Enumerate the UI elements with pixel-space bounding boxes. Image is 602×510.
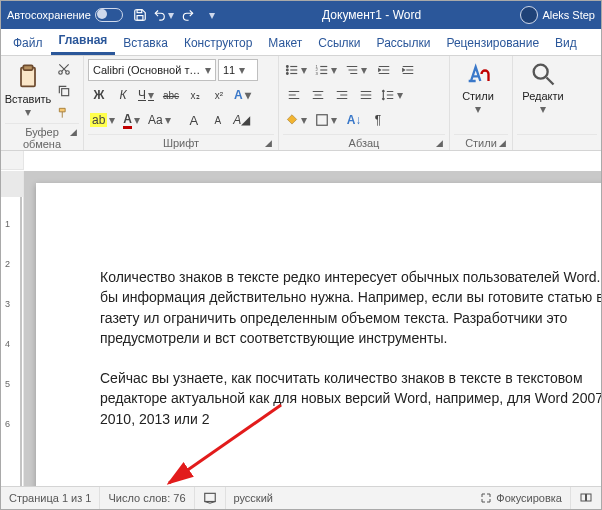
svg-rect-13 xyxy=(317,115,328,126)
subscript-button[interactable]: x₂ xyxy=(184,85,206,105)
vertical-ruler[interactable]: 1 2 3 4 5 6 xyxy=(1,171,24,486)
svg-text:3: 3 xyxy=(316,71,319,76)
multilevel-list-button[interactable]: ▾ xyxy=(343,60,371,80)
svg-rect-1 xyxy=(137,10,142,13)
document-area: 1 2 3 4 5 6 Количество знаков в тексте р… xyxy=(1,171,601,486)
svg-rect-64 xyxy=(204,493,215,501)
change-case-button[interactable]: Aa▾ xyxy=(146,110,175,130)
sort-button[interactable]: A↓ xyxy=(343,110,365,130)
show-marks-button[interactable]: ¶ xyxy=(367,110,389,130)
status-word-count[interactable]: Число слов: 76 xyxy=(100,487,194,509)
svg-text:5: 5 xyxy=(5,379,10,389)
svg-point-9 xyxy=(286,73,288,75)
numbering-button[interactable]: 123▾ xyxy=(313,60,341,80)
status-language[interactable]: русский xyxy=(226,487,281,509)
page[interactable]: Количество знаков в тексте редко интерес… xyxy=(36,183,601,486)
tab-review[interactable]: Рецензирование xyxy=(438,32,547,55)
view-read-mode-icon[interactable] xyxy=(571,487,601,509)
superscript-button[interactable]: x² xyxy=(208,85,230,105)
svg-text:6: 6 xyxy=(5,419,10,429)
group-styles: Стили▾ Стили◢ xyxy=(450,56,513,150)
svg-text:3: 3 xyxy=(5,299,10,309)
font-color-button[interactable]: A▾ xyxy=(121,110,144,130)
font-dialog-icon[interactable]: ◢ xyxy=(262,137,274,149)
tab-design[interactable]: Конструктор xyxy=(176,32,260,55)
status-focus-mode[interactable]: Фокусировка xyxy=(472,487,571,509)
tab-file[interactable]: Файл xyxy=(5,32,51,55)
editing-button[interactable]: Редакти▾ xyxy=(517,59,569,117)
title-bar: Автосохранение ▾ ▾ Документ1 - Word Alek… xyxy=(1,1,601,29)
status-page[interactable]: Страница 1 из 1 xyxy=(1,487,100,509)
increase-indent-button[interactable] xyxy=(397,60,419,80)
group-label-clipboard: Буфер обмена◢ xyxy=(5,123,79,150)
shading-button[interactable]: ▾ xyxy=(283,110,311,130)
bullets-button[interactable]: ▾ xyxy=(283,60,311,80)
redo-icon[interactable] xyxy=(177,4,199,26)
svg-rect-3 xyxy=(23,65,32,70)
user-account[interactable]: Aleks Step xyxy=(520,6,595,24)
ribbon: Вставить ▾ Буфер обмена◢ Calibri (Основн… xyxy=(1,56,601,151)
group-editing: Редакти▾ xyxy=(513,56,601,150)
svg-text:4: 4 xyxy=(5,339,10,349)
tab-mailings[interactable]: Рассылки xyxy=(369,32,439,55)
svg-text:2: 2 xyxy=(5,259,10,269)
grow-font-button[interactable]: A xyxy=(183,110,205,130)
save-icon[interactable] xyxy=(129,4,151,26)
svg-text:1: 1 xyxy=(5,219,10,229)
svg-point-8 xyxy=(286,69,288,71)
cut-icon[interactable] xyxy=(53,59,75,79)
undo-icon[interactable]: ▾ xyxy=(153,4,175,26)
align-left-button[interactable] xyxy=(283,85,305,105)
tab-layout[interactable]: Макет xyxy=(260,32,310,55)
font-name-select[interactable]: Calibri (Основной текст▾ xyxy=(88,59,216,81)
group-label-styles: Стили◢ xyxy=(454,134,508,149)
tab-home[interactable]: Главная xyxy=(51,29,116,55)
copy-icon[interactable] xyxy=(53,81,75,101)
borders-button[interactable]: ▾ xyxy=(313,110,341,130)
text-effects-button[interactable]: A▾ xyxy=(232,85,255,105)
styles-button[interactable]: Стили▾ xyxy=(454,59,502,117)
font-size-select[interactable]: 11▾ xyxy=(218,59,258,81)
align-center-button[interactable] xyxy=(307,85,329,105)
quick-access-toolbar: ▾ ▾ xyxy=(129,4,223,26)
align-right-button[interactable] xyxy=(331,85,353,105)
autosave[interactable]: Автосохранение xyxy=(7,8,123,22)
shrink-font-button[interactable]: A xyxy=(207,110,229,130)
svg-rect-66 xyxy=(587,494,592,501)
strikethrough-button[interactable]: abc xyxy=(160,85,182,105)
bold-button[interactable]: Ж xyxy=(88,85,110,105)
avatar-icon xyxy=(520,6,538,24)
svg-point-7 xyxy=(286,66,288,68)
italic-button[interactable]: К xyxy=(112,85,134,105)
tab-references[interactable]: Ссылки xyxy=(310,32,368,55)
svg-point-14 xyxy=(534,65,548,79)
window-title: Документ1 - Word xyxy=(229,8,515,22)
group-clipboard: Вставить ▾ Буфер обмена◢ xyxy=(1,56,84,150)
justify-button[interactable] xyxy=(355,85,377,105)
decrease-indent-button[interactable] xyxy=(373,60,395,80)
paragraph-1[interactable]: Количество знаков в тексте редко интерес… xyxy=(100,267,601,348)
ribbon-tabs: Файл Главная Вставка Конструктор Макет С… xyxy=(1,29,601,56)
tab-insert[interactable]: Вставка xyxy=(115,32,176,55)
underline-button[interactable]: Ч▾ xyxy=(136,85,158,105)
styles-dialog-icon[interactable]: ◢ xyxy=(496,137,508,149)
highlight-button[interactable]: ab▾ xyxy=(88,110,119,130)
qat-customize-icon[interactable]: ▾ xyxy=(201,4,223,26)
ruler-corner xyxy=(1,151,24,170)
group-font: Calibri (Основной текст▾ 11▾ Ж К Ч▾ abc … xyxy=(84,56,279,150)
paragraph-2[interactable]: Сейчас вы узнаете, как посчитать количес… xyxy=(100,368,601,429)
paragraph-dialog-icon[interactable]: ◢ xyxy=(433,137,445,149)
autosave-toggle[interactable] xyxy=(95,8,123,22)
status-proofing-icon[interactable] xyxy=(195,487,226,509)
paste-button[interactable]: Вставить ▾ xyxy=(5,62,51,120)
group-paragraph: ▾ 123▾ ▾ ▾ ▾ ▾ A↓ ¶ Абзац◢ xyxy=(279,56,450,150)
group-label-paragraph: Абзац◢ xyxy=(283,134,445,149)
svg-rect-0 xyxy=(137,16,143,21)
tab-view[interactable]: Вид xyxy=(547,32,585,55)
clipboard-dialog-icon[interactable]: ◢ xyxy=(67,126,79,138)
clear-formatting-button[interactable]: A◢ xyxy=(231,110,253,130)
format-painter-icon[interactable] xyxy=(53,103,75,123)
svg-rect-65 xyxy=(581,494,586,501)
group-label-font: Шрифт◢ xyxy=(88,134,274,149)
line-spacing-button[interactable]: ▾ xyxy=(379,85,407,105)
